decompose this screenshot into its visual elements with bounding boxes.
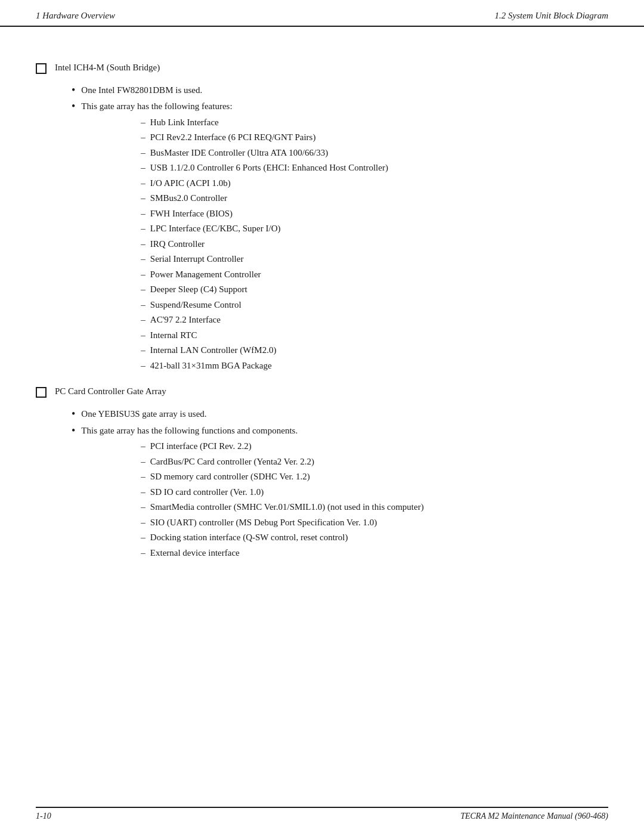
bullet-dot-icon: • xyxy=(72,424,75,438)
list-item: –I/O APIC (ACPI 1.0b) xyxy=(141,176,388,190)
section-title-0: Intel ICH4-M (South Bridge) xyxy=(55,63,160,73)
dash-list-0-1: –Hub Link Interface–PCI Rev2.2 Interface… xyxy=(141,116,388,373)
list-item: •This gate array has the following featu… xyxy=(72,100,608,374)
list-item: –Suspend/Resume Control xyxy=(141,298,388,312)
list-item: –USB 1.1/2.0 Controller 6 Ports (EHCI: E… xyxy=(141,161,388,175)
list-item: –BusMaster IDE Controller (Ultra ATA 100… xyxy=(141,146,388,160)
dash-icon: – xyxy=(141,531,145,544)
page: 1 Hardware Overview 1.2 System Unit Bloc… xyxy=(0,0,644,833)
dash-icon: – xyxy=(141,500,145,514)
dash-text: 421-ball 31×31mm BGA Package xyxy=(150,359,272,373)
dash-icon: – xyxy=(141,485,145,499)
dash-icon: – xyxy=(141,176,145,190)
dash-text: USB 1.1/2.0 Controller 6 Ports (EHCI: En… xyxy=(150,161,388,175)
header-left: 1 Hardware Overview xyxy=(36,11,115,21)
list-item: •One YEBISU3S gate array is used. xyxy=(72,407,608,421)
dash-icon: – xyxy=(141,470,145,484)
dash-icon: – xyxy=(141,359,145,373)
dash-text: Suspend/Resume Control xyxy=(150,298,242,312)
checkbox-icon xyxy=(36,387,47,398)
list-item: –Deeper Sleep (C4) Support xyxy=(141,283,388,296)
list-item: –Hub Link Interface xyxy=(141,116,388,129)
dash-text: PCI Rev2.2 Interface (6 PCI REQ/GNT Pair… xyxy=(150,131,316,144)
dash-icon: – xyxy=(141,146,145,160)
list-item: –LPC Interface (EC/KBC, Super I/O) xyxy=(141,222,388,236)
dash-icon: – xyxy=(141,131,145,144)
dash-text: Deeper Sleep (C4) Support xyxy=(150,283,247,296)
bullet-text: One Intel FW82801DBM is used. xyxy=(81,85,202,95)
list-item: •One Intel FW82801DBM is used. xyxy=(72,83,608,97)
dash-icon: – xyxy=(141,252,145,266)
dash-text: SD memory card controller (SDHC Ver. 1.2… xyxy=(150,470,310,484)
dash-text: Internal RTC xyxy=(150,329,197,342)
list-item: –Internal LAN Controller (WfM2.0) xyxy=(141,343,388,357)
dash-text: Docking station interface (Q-SW control,… xyxy=(150,531,348,544)
section-1: PC Card Controller Gate Array xyxy=(36,386,608,398)
dash-icon: – xyxy=(141,237,145,251)
bullet-list-0: •One Intel FW82801DBM is used.•This gate… xyxy=(72,83,608,374)
list-item: –FWH Interface (BIOS) xyxy=(141,207,388,221)
dash-text: IRQ Controller xyxy=(150,237,205,251)
list-item: –CardBus/PC Card controller (Yenta2 Ver.… xyxy=(141,455,423,469)
dash-text: PCI interface (PCI Rev. 2.2) xyxy=(150,439,252,453)
dash-text: Serial Interrupt Controller xyxy=(150,252,244,266)
dash-text: SmartMedia controller (SMHC Ver.01/SMIL1… xyxy=(150,500,424,514)
dash-icon: – xyxy=(141,313,145,327)
list-item: –Serial Interrupt Controller xyxy=(141,252,388,266)
dash-text: LPC Interface (EC/KBC, Super I/O) xyxy=(150,222,281,236)
dash-icon: – xyxy=(141,329,145,342)
list-item: –SD memory card controller (SDHC Ver. 1.… xyxy=(141,470,423,484)
list-item: –PCI Rev2.2 Interface (6 PCI REQ/GNT Pai… xyxy=(141,131,388,144)
list-item: –Internal RTC xyxy=(141,329,388,342)
section-title-1: PC Card Controller Gate Array xyxy=(55,386,166,397)
dash-text: I/O APIC (ACPI 1.0b) xyxy=(150,176,231,190)
dash-icon: – xyxy=(141,455,145,469)
dash-icon: – xyxy=(141,298,145,312)
page-footer: 1-10 TECRA M2 Maintenance Manual (960-46… xyxy=(36,807,608,821)
list-item: –SIO (UART) controller (MS Debug Port Sp… xyxy=(141,516,423,529)
dash-text: FWH Interface (BIOS) xyxy=(150,207,233,221)
dash-text: CardBus/PC Card controller (Yenta2 Ver. … xyxy=(150,455,314,469)
list-item: –SMBus2.0 Controller xyxy=(141,191,388,205)
dash-list-1-1: –PCI interface (PCI Rev. 2.2)–CardBus/PC… xyxy=(141,439,423,559)
sections-container: Intel ICH4-M (South Bridge)•One Intel FW… xyxy=(36,63,608,562)
dash-icon: – xyxy=(141,222,145,236)
bullet-dot-icon: • xyxy=(72,100,75,113)
dash-icon: – xyxy=(141,343,145,357)
bullet-text: One YEBISU3S gate array is used. xyxy=(81,409,206,419)
dash-text: SMBus2.0 Controller xyxy=(150,191,227,205)
footer-left: 1-10 xyxy=(36,812,51,821)
list-item: –External device interface xyxy=(141,546,423,560)
list-item: –IRQ Controller xyxy=(141,237,388,251)
dash-icon: – xyxy=(141,546,145,560)
dash-icon: – xyxy=(141,207,145,221)
checkbox-icon xyxy=(36,63,47,74)
footer-right: TECRA M2 Maintenance Manual (960-468) xyxy=(460,812,608,821)
dash-text: Internal LAN Controller (WfM2.0) xyxy=(150,343,277,357)
list-item: –Power Management Controller xyxy=(141,268,388,281)
dash-text: SD IO card controller (Ver. 1.0) xyxy=(150,485,264,499)
bullet-dot-icon: • xyxy=(72,83,75,97)
list-item: –421-ball 31×31mm BGA Package xyxy=(141,359,388,373)
dash-text: External device interface xyxy=(150,546,240,560)
bullet-dot-icon: • xyxy=(72,407,75,421)
dash-icon: – xyxy=(141,161,145,175)
dash-icon: – xyxy=(141,516,145,529)
dash-text: Hub Link Interface xyxy=(150,116,219,129)
bullet-text: This gate array has the following functi… xyxy=(81,426,298,435)
dash-text: SIO (UART) controller (MS Debug Port Spe… xyxy=(150,516,377,529)
dash-icon: – xyxy=(141,116,145,129)
bullet-text: This gate array has the following featur… xyxy=(81,101,232,111)
dash-icon: – xyxy=(141,268,145,281)
section-0: Intel ICH4-M (South Bridge) xyxy=(36,63,608,74)
dash-text: AC'97 2.2 Interface xyxy=(150,313,221,327)
list-item: –SmartMedia controller (SMHC Ver.01/SMIL… xyxy=(141,500,423,514)
list-item: –AC'97 2.2 Interface xyxy=(141,313,388,327)
bullet-list-1: •One YEBISU3S gate array is used.•This g… xyxy=(72,407,608,562)
main-content: Intel ICH4-M (South Bridge)•One Intel FW… xyxy=(0,27,644,602)
list-item: –Docking station interface (Q-SW control… xyxy=(141,531,423,544)
dash-icon: – xyxy=(141,439,145,453)
dash-text: Power Management Controller xyxy=(150,268,261,281)
dash-icon: – xyxy=(141,283,145,296)
header-right: 1.2 System Unit Block Diagram xyxy=(495,11,608,21)
